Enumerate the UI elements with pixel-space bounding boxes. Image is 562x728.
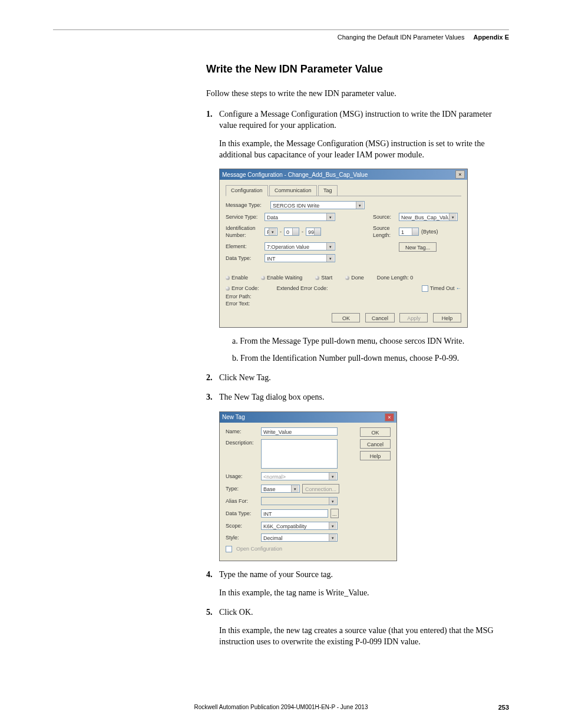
source-length-spinner[interactable]: 1: [399, 228, 419, 236]
header-appendix: Appendix E: [473, 34, 509, 41]
page-number: 253: [498, 704, 509, 711]
new-tag-button[interactable]: New Tag...: [399, 242, 437, 252]
step-3-text: The New Tag dialog box opens.: [219, 393, 324, 401]
dialog2-titlebar: New Tag ×: [220, 412, 396, 423]
label-name: Name:: [226, 428, 259, 435]
label-data-type: Data Type:: [226, 255, 262, 262]
label-open-config: Open Configuration: [236, 545, 282, 552]
label-source: Source:: [373, 213, 396, 220]
scope-dropdown[interactable]: K6K_Compatibility: [261, 522, 338, 530]
step-5-text: Click OK.: [219, 608, 253, 617]
tab-configuration[interactable]: Configuration: [226, 185, 268, 196]
type-dropdown[interactable]: Base: [261, 485, 300, 493]
ok-button[interactable]: OK: [332, 313, 360, 322]
connection-button: Connection...: [302, 484, 339, 493]
help-button[interactable]: Help: [433, 313, 461, 322]
page-header: Changing the Default IDN Parameter Value…: [53, 34, 509, 41]
status-done: Done: [345, 274, 364, 281]
status-ext-error-code: Extended Error Code:: [277, 285, 328, 292]
dialog-tabs: Configuration Communication Tag: [226, 185, 461, 196]
header-title: Changing the Default IDN Parameter Value…: [338, 34, 465, 41]
label-service-type: Service Type:: [226, 213, 262, 220]
label-usage: Usage:: [226, 473, 259, 480]
step-5: Click OK. In this example, the new tag c…: [206, 607, 509, 648]
name-input[interactable]: Write_Value: [261, 427, 338, 436]
open-config-checkbox: [226, 546, 232, 552]
cancel-button[interactable]: Cancel: [360, 439, 391, 449]
usage-dropdown: <normal>: [261, 472, 338, 480]
id-p-dropdown[interactable]: P: [265, 228, 277, 236]
step-1a: a. From the Message Type pull-down menu,…: [232, 336, 509, 347]
step-4-text: Type the name of your Source tag.: [219, 570, 333, 579]
label-alias: Alias For:: [226, 498, 259, 505]
tab-communication[interactable]: Communication: [269, 185, 317, 195]
cancel-button[interactable]: Cancel: [365, 313, 395, 322]
step-5-para: In this example, the new tag creates a s…: [219, 625, 509, 648]
step-4: Type the name of your Source tag. In thi…: [206, 569, 509, 599]
new-tag-dialog: New Tag × Name: Write_Value Description:: [219, 411, 397, 561]
label-source-length: Source Length:: [373, 225, 396, 239]
dialog-titlebar: Message Configuration - Change_Add_Bus_C…: [220, 169, 467, 180]
close-icon[interactable]: ×: [455, 170, 465, 179]
label-scope: Scope:: [226, 522, 259, 529]
data-type-dropdown[interactable]: INT: [265, 254, 335, 262]
description-textarea[interactable]: [261, 439, 338, 469]
status-timed-out: Timed Out ←: [422, 285, 461, 292]
status-error-text: Error Text:: [226, 300, 461, 307]
tab-tag[interactable]: Tag: [318, 185, 338, 195]
step-4-para: In this example, the tag name is Write_V…: [219, 588, 509, 599]
page-footer: Rockwell Automation Publication 2094-UM0…: [53, 704, 509, 710]
footer-text: Rockwell Automation Publication 2094-UM0…: [194, 704, 368, 710]
status-enable: Enable: [226, 274, 248, 281]
msg-config-dialog: Message Configuration - Change_Add_Bus_C…: [219, 169, 468, 328]
step-1-para: In this example, the Message Configurati…: [219, 139, 509, 161]
step-3: The New Tag dialog box opens. New Tag × …: [206, 392, 509, 561]
step-1b: b. From the Identification Number pull-d…: [232, 353, 509, 364]
label-message-type: Message Type:: [226, 202, 268, 209]
label-bytes: (Bytes): [421, 228, 438, 235]
element-dropdown[interactable]: 7:Operation Value: [265, 242, 335, 251]
apply-button[interactable]: Apply: [399, 313, 428, 322]
label-description: Description:: [226, 439, 259, 446]
status-done-length: Done Length: 0: [377, 274, 414, 281]
intro-paragraph: Follow these steps to write the new IDN …: [206, 88, 509, 100]
data-type-input[interactable]: INT: [261, 509, 328, 518]
status-error-path: Error Path:: [226, 293, 461, 300]
service-type-dropdown[interactable]: Data: [265, 213, 335, 221]
data-type-browse-button[interactable]: ...: [330, 509, 339, 518]
section-heading: Write the New IDN Parameter Value: [206, 63, 509, 75]
message-type-dropdown[interactable]: SERCOS IDN Write: [270, 201, 365, 209]
step-2: Click New Tag.: [206, 373, 509, 384]
ok-button[interactable]: OK: [360, 427, 391, 437]
label-style: Style:: [226, 534, 259, 541]
label-element: Element:: [226, 243, 262, 250]
id-0-spinner[interactable]: 0: [284, 228, 299, 236]
help-button[interactable]: Help: [360, 451, 391, 460]
dialog2-title: New Tag: [222, 413, 245, 421]
id-99-spinner[interactable]: 99: [306, 228, 321, 236]
label-type: Type:: [226, 485, 259, 492]
alias-dropdown: [261, 497, 338, 505]
label-id-number: Identification Number:: [226, 225, 262, 239]
step-1-text: Configure a Message Configuration (MSG) …: [219, 110, 492, 130]
style-dropdown[interactable]: Decimal: [261, 533, 338, 542]
label-data-type2: Data Type:: [226, 510, 259, 517]
close-icon[interactable]: ×: [385, 413, 394, 421]
step-1: Configure a Message Configuration (MSG) …: [206, 109, 509, 364]
status-enable-waiting: Enable Waiting: [261, 274, 302, 281]
dialog-title: Message Configuration - Change_Add_Bus_C…: [222, 171, 368, 179]
source-dropdown[interactable]: New_Bus_Cap_Value: [399, 213, 458, 221]
status-start: Start: [315, 274, 332, 281]
status-error-code: Error Code:: [226, 285, 259, 292]
